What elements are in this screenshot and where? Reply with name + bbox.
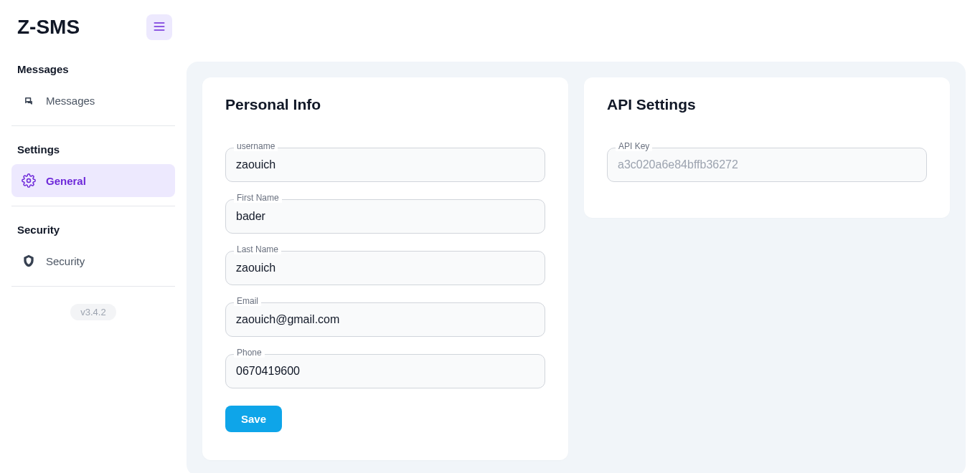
field-email: Email <box>225 302 545 337</box>
sidebar-section-messages: Messages <box>0 54 187 84</box>
shield-icon <box>22 254 36 268</box>
menu-toggle-button[interactable] <box>146 14 172 40</box>
field-label: Last Name <box>234 244 281 254</box>
divider <box>11 286 175 287</box>
field-label: API Key <box>616 141 652 151</box>
sidebar-section-settings: Settings <box>0 135 187 164</box>
hamburger-icon <box>152 19 166 36</box>
api-settings-card: API Settings API Key <box>584 77 950 218</box>
svg-point-3 <box>27 179 31 183</box>
api-key-input[interactable] <box>607 148 927 182</box>
phone-input[interactable] <box>225 354 545 388</box>
save-button[interactable]: Save <box>225 406 282 432</box>
field-username: username <box>225 148 545 182</box>
card-title: Personal Info <box>225 96 545 113</box>
email-input[interactable] <box>225 302 545 337</box>
last-name-input[interactable] <box>225 251 545 285</box>
sidebar-item-security[interactable]: Security <box>11 244 175 277</box>
sidebar: Z-SMS Messages Messages Settings General… <box>0 0 187 473</box>
sidebar-item-label: Messages <box>46 95 95 107</box>
app-logo: Z-SMS <box>17 16 80 39</box>
gear-icon <box>22 173 36 188</box>
field-label: username <box>234 141 278 151</box>
username-input[interactable] <box>225 148 545 182</box>
sidebar-item-messages[interactable]: Messages <box>11 84 175 117</box>
main-content: Personal Info username First Name Last N… <box>187 62 966 473</box>
field-label: Phone <box>234 348 265 358</box>
sidebar-section-security: Security <box>0 215 187 244</box>
field-label: Email <box>234 296 261 306</box>
first-name-input[interactable] <box>225 199 545 234</box>
personal-info-card: Personal Info username First Name Last N… <box>202 77 568 460</box>
field-phone: Phone <box>225 354 545 388</box>
messages-icon <box>22 93 36 108</box>
divider <box>11 125 175 126</box>
sidebar-item-label: General <box>46 175 86 187</box>
sidebar-item-general[interactable]: General <box>11 164 175 197</box>
card-title: API Settings <box>607 96 927 113</box>
sidebar-item-label: Security <box>46 255 85 267</box>
divider <box>11 206 175 206</box>
sidebar-header: Z-SMS <box>0 14 187 54</box>
field-last-name: Last Name <box>225 251 545 285</box>
field-first-name: First Name <box>225 199 545 234</box>
field-label: First Name <box>234 193 282 203</box>
field-api-key: API Key <box>607 148 927 182</box>
version-badge: v3.4.2 <box>70 304 116 320</box>
